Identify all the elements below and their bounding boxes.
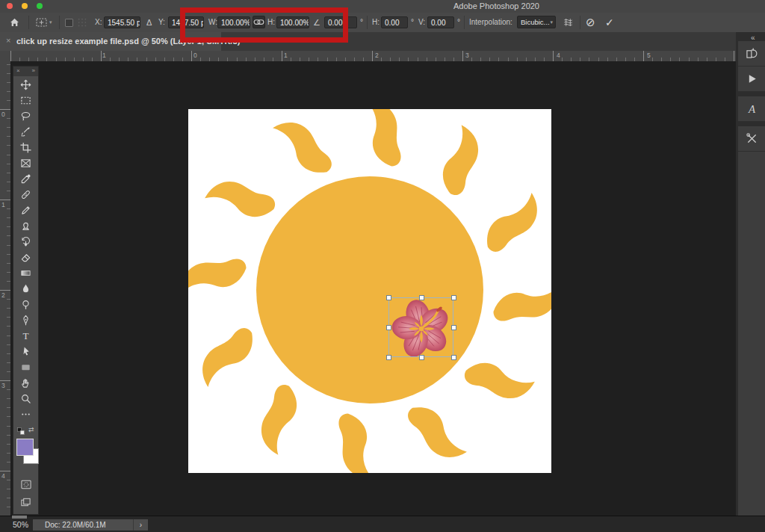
transform-handle-middle-left[interactable] bbox=[386, 325, 391, 330]
quick-mask-mode-icon[interactable] bbox=[19, 479, 33, 490]
status-chevron-icon[interactable]: › bbox=[133, 519, 142, 531]
screen-mode-icon[interactable] bbox=[19, 497, 32, 508]
reference-point-locator-icon[interactable] bbox=[77, 17, 87, 28]
default-colors-icon[interactable] bbox=[17, 427, 25, 436]
options-bar: ▾ X: 1545.50 px Δ Y: 1447.50 px W: 100.0… bbox=[0, 13, 765, 33]
tool-hand[interactable] bbox=[13, 375, 38, 391]
ruler-number: 1 bbox=[1, 201, 5, 208]
close-window-button[interactable] bbox=[7, 3, 13, 9]
panel-button-history[interactable] bbox=[738, 41, 765, 66]
chevron-down-icon: ▾ bbox=[550, 19, 553, 25]
warp-mode-icon[interactable] bbox=[562, 17, 574, 28]
ruler-number: 4 bbox=[1, 472, 5, 480]
ruler-number: 4 bbox=[557, 52, 560, 59]
divider bbox=[59, 16, 60, 29]
hand-icon bbox=[20, 377, 31, 389]
interpolation-value: Bicubic... bbox=[521, 18, 550, 26]
home-icon[interactable] bbox=[9, 17, 20, 28]
tools-panel: × » ⇄ bbox=[13, 66, 39, 515]
rectangle-icon bbox=[20, 362, 31, 373]
transform-handle-middle-right[interactable] bbox=[451, 325, 456, 330]
actions-icon bbox=[746, 72, 758, 85]
zoom-icon bbox=[20, 393, 31, 404]
minimize-window-button[interactable] bbox=[22, 3, 28, 9]
tool-clone-stamp[interactable] bbox=[13, 218, 38, 234]
transform-handle-top-left[interactable] bbox=[386, 295, 391, 300]
tool-type[interactable] bbox=[13, 328, 38, 344]
canvas-sun-artwork[interactable] bbox=[188, 109, 551, 473]
panel-button-tools[interactable] bbox=[738, 126, 765, 152]
ruler-number: 5 bbox=[647, 52, 651, 59]
divider bbox=[28, 16, 29, 29]
ruler-number: 1 bbox=[102, 52, 106, 59]
tool-history-brush[interactable] bbox=[13, 234, 38, 250]
toggle-reference-point-checkbox[interactable] bbox=[65, 19, 73, 27]
degree-symbol: ° bbox=[457, 13, 460, 32]
edit-toolbar-icon bbox=[20, 409, 31, 420]
tool-rectangular-marquee[interactable] bbox=[13, 93, 38, 108]
transform-bounding-box[interactable] bbox=[388, 297, 453, 357]
close-panel-icon[interactable]: × bbox=[16, 67, 20, 74]
swap-colors-icon[interactable]: ⇄ bbox=[28, 426, 34, 433]
annotation-rectangle bbox=[180, 7, 348, 43]
x-position-input[interactable]: 1545.50 px bbox=[104, 16, 140, 28]
tools-panel-header: × » bbox=[13, 66, 38, 76]
close-tab-icon[interactable]: × bbox=[6, 36, 10, 45]
tool-eyedropper[interactable] bbox=[13, 171, 38, 187]
interpolation-dropdown[interactable]: Bicubic... ▾ bbox=[517, 16, 556, 28]
character-icon bbox=[746, 102, 758, 115]
commit-transform-button[interactable]: ✓ bbox=[605, 16, 614, 28]
history-brush-icon bbox=[20, 236, 31, 247]
rectangular-marquee-icon bbox=[20, 95, 31, 106]
tool-zoom[interactable] bbox=[13, 391, 38, 406]
tools-list bbox=[13, 77, 38, 422]
ruler-vertical[interactable]: 01234 bbox=[0, 61, 11, 516]
tool-brush[interactable] bbox=[13, 202, 38, 218]
tool-eraser[interactable] bbox=[13, 250, 38, 265]
ruler-horizontal[interactable]: 1012345 bbox=[10, 51, 736, 62]
transform-tool-icon[interactable] bbox=[35, 16, 48, 28]
relative-position-delta-icon[interactable]: Δ bbox=[146, 13, 152, 32]
tool-object-selection[interactable] bbox=[13, 124, 38, 140]
tool-edit-toolbar[interactable] bbox=[13, 406, 38, 422]
ruler-number: 3 bbox=[1, 382, 5, 389]
status-bar: 50% Doc: 22.0M/60.1M › bbox=[0, 516, 765, 532]
vertical-skew-input[interactable]: 0.00 bbox=[427, 16, 454, 28]
tool-pen[interactable] bbox=[13, 312, 38, 328]
panel-button-character[interactable] bbox=[738, 96, 765, 122]
zoom-window-button[interactable] bbox=[37, 3, 43, 9]
cancel-transform-button[interactable]: ⊘ bbox=[586, 16, 595, 29]
brush-icon bbox=[20, 205, 31, 216]
tool-blur[interactable] bbox=[13, 281, 38, 297]
tool-rectangle[interactable] bbox=[13, 359, 38, 375]
foreground-color-swatch[interactable] bbox=[16, 439, 34, 456]
photoshop-window: Adobe Photoshop 2020 ▾ X: 1545.50 px Δ Y… bbox=[0, 0, 765, 532]
ruler-number: 1 bbox=[284, 52, 288, 59]
divider bbox=[580, 16, 580, 29]
ruler-number: 0 bbox=[193, 52, 197, 59]
transform-handle-top-right[interactable] bbox=[451, 295, 456, 300]
zoom-level-field[interactable]: 50% bbox=[13, 520, 28, 529]
transform-handle-bottom-center[interactable] bbox=[419, 355, 424, 360]
tool-spot-healing-brush[interactable] bbox=[13, 187, 38, 202]
tool-lasso[interactable] bbox=[13, 108, 38, 124]
tool-path-selection[interactable] bbox=[13, 344, 38, 359]
tool-move[interactable] bbox=[13, 77, 38, 93]
tool-crop[interactable] bbox=[13, 140, 38, 155]
collapse-panel-icon[interactable]: » bbox=[32, 67, 35, 74]
transform-handle-bottom-left[interactable] bbox=[386, 355, 391, 360]
panel-button-actions[interactable] bbox=[738, 66, 765, 92]
transform-handle-top-center[interactable] bbox=[419, 295, 424, 300]
move-icon bbox=[20, 79, 31, 90]
ruler-number: 3 bbox=[465, 52, 469, 59]
tool-gradient[interactable] bbox=[13, 265, 38, 281]
tool-dodge[interactable] bbox=[13, 297, 38, 312]
tool-frame[interactable] bbox=[13, 155, 38, 171]
transform-handle-bottom-right[interactable] bbox=[451, 355, 456, 360]
vertical-skew-label: V: bbox=[418, 13, 425, 32]
app-title: Adobe Photoshop 2020 bbox=[453, 1, 539, 10]
horizontal-skew-input[interactable]: 0.00 bbox=[381, 16, 408, 28]
eraser-icon bbox=[20, 252, 31, 263]
tool-preset-caret-icon[interactable]: ▾ bbox=[49, 19, 52, 25]
clone-stamp-icon bbox=[20, 220, 31, 232]
